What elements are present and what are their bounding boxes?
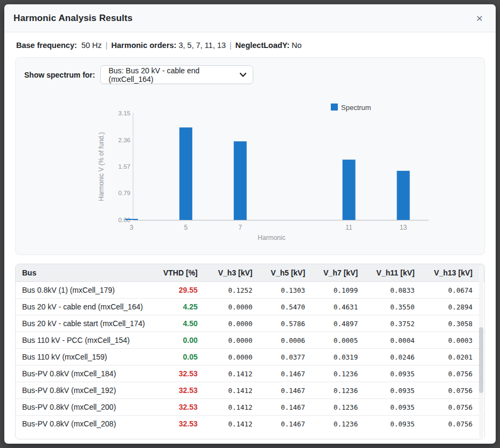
table-row: Bus-PV 0.8kV (mxCell_184)32.530.14120.14… [16, 366, 484, 382]
harmonic-voltage-cell: 0.0006 [265, 332, 317, 349]
vthd-cell: 32.53 [157, 366, 210, 382]
harmonic-voltage-cell: 0.3752 [370, 315, 426, 332]
bus-name-cell: Bus 110 kV - PCC (mxCell_154) [16, 332, 157, 349]
y-tick-label: 3.15 [119, 110, 130, 116]
table-row: Bus 0.8kV (1) (mxCell_179)29.550.12520.1… [16, 282, 484, 299]
spectrum-panel: Show spectrum for: Bus: Bus 20 kV - cabl… [15, 57, 485, 255]
harmonic-voltage-cell: 0.0377 [265, 349, 317, 366]
harmonic-voltage-cell: 0.0935 [370, 416, 426, 432]
x-tick-label: 3 [130, 224, 134, 231]
modal-header: Harmonic Analysis Results × [4, 4, 496, 32]
harmonic-voltage-cell: 0.1412 [210, 382, 265, 399]
table-row: Bus 110 kV (mxCell_159)0.050.00000.03770… [16, 349, 484, 366]
results-table: Bus VTHD [%] V_h3 [kV] V_h5 [kV] V_h7 [k… [16, 264, 484, 432]
harmonic-voltage-cell: 0.0004 [370, 332, 426, 349]
harmonic-voltage-cell: 0.0756 [426, 382, 484, 399]
spectrum-bar [179, 127, 192, 220]
column-header-vh11: V_h11 [kV] [370, 264, 426, 282]
harmonic-voltage-cell: 0.0833 [370, 282, 426, 299]
harmonic-voltage-cell: 0.0319 [317, 349, 370, 366]
vthd-cell: 0.05 [157, 349, 210, 366]
bus-name-cell: Bus 20 kV - cable end (mxCell_164) [16, 299, 157, 315]
column-header-vh5: V_h5 [kV] [265, 264, 317, 282]
bus-name-cell: Bus 0.8kV (1) (mxCell_179) [16, 282, 157, 299]
vthd-cell: 0.00 [157, 332, 210, 349]
table-row: Bus-PV 0.8kV (mxCell_208)32.530.14120.14… [16, 416, 484, 432]
column-header-vh13: V_h13 [kV] [426, 264, 484, 282]
harmonic-voltage-cell: 0.0246 [370, 349, 426, 366]
y-tick-label: 1.57 [119, 163, 130, 170]
harmonic-voltage-cell: 0.1467 [265, 366, 317, 382]
legend-label[interactable]: Spectrum [341, 104, 371, 112]
analysis-summary: Base frequency: 50 Hz|Harmonic orders: 3… [16, 41, 485, 50]
harmonic-orders-label: Harmonic orders: [112, 41, 177, 50]
harmonic-voltage-cell: 0.1467 [265, 399, 317, 416]
table-row: Bus 110 kV - PCC (mxCell_154)0.000.00000… [16, 332, 484, 349]
y-axis-title: Harmonic V (% of fund.) [98, 132, 105, 201]
harmonic-voltage-cell: 0.0674 [426, 282, 484, 299]
harmonic-voltage-cell: 0.0756 [426, 366, 484, 382]
harmonic-voltage-cell: 0.1252 [210, 282, 265, 299]
vthd-cell: 32.53 [157, 382, 210, 399]
table-row: Bus 20 kV - cable end (mxCell_164)4.250.… [16, 299, 484, 315]
harmonic-voltage-cell: 0.1467 [265, 382, 317, 399]
x-tick-label: 13 [400, 224, 407, 231]
harmonic-analysis-modal: Harmonic Analysis Results × Base frequen… [4, 4, 496, 444]
spectrum-selector-label: Show spectrum for: [24, 71, 95, 79]
spectrum-bar [397, 171, 410, 220]
harmonic-voltage-cell: 0.1236 [317, 399, 370, 416]
x-axis-title: Harmonic [258, 234, 285, 242]
harmonic-voltage-cell: 0.0000 [210, 332, 265, 349]
table-row: Bus-PV 0.8kV (mxCell_200)32.530.14120.14… [16, 399, 484, 416]
chevron-down-icon [240, 73, 246, 77]
close-icon[interactable]: × [473, 10, 486, 26]
y-tick-label: 2.36 [119, 137, 130, 143]
column-header-vthd: VTHD [%] [157, 264, 210, 282]
table-scrollbar-thumb[interactable] [479, 327, 483, 393]
harmonic-voltage-cell: 0.3058 [426, 315, 484, 332]
vthd-cell: 4.50 [157, 315, 210, 332]
harmonic-voltage-cell: 0.5470 [265, 299, 317, 315]
bus-name-cell: Bus-PV 0.8kV (mxCell_184) [16, 366, 157, 382]
harmonic-voltage-cell: 0.0935 [370, 366, 426, 382]
spectrum-bus-select[interactable]: Bus: Bus 20 kV - cable end (mxCell_164) [100, 65, 253, 84]
harmonic-voltage-cell: 0.0935 [370, 399, 426, 416]
vthd-cell: 29.55 [157, 282, 210, 299]
harmonic-voltage-cell: 0.4631 [317, 299, 370, 315]
harmonic-voltage-cell: 0.1467 [265, 416, 317, 432]
vthd-cell: 4.25 [157, 299, 210, 315]
harmonic-voltage-cell: 0.0201 [426, 349, 484, 366]
harmonic-voltage-cell: 0.0935 [370, 382, 426, 399]
modal-body: Base frequency: 50 Hz|Harmonic orders: 3… [4, 32, 496, 442]
harmonic-voltage-cell: 0.0005 [317, 332, 370, 349]
vthd-cell: 32.53 [157, 416, 210, 432]
harmonic-voltage-cell: 0.1236 [317, 416, 370, 432]
harmonic-voltage-cell: 0.1412 [210, 399, 265, 416]
legend-swatch [331, 104, 338, 111]
harmonic-voltage-cell: 0.0003 [426, 332, 484, 349]
harmonic-voltage-cell: 0.1099 [317, 282, 370, 299]
harmonic-voltage-cell: 0.2894 [426, 299, 484, 315]
harmonic-voltage-cell: 0.0756 [426, 399, 484, 416]
bus-name-cell: Bus-PV 0.8kV (mxCell_208) [16, 416, 157, 432]
harmonic-voltage-cell: 0.5786 [265, 315, 317, 332]
y-tick-label: 0.79 [119, 190, 130, 196]
table-row: Bus 20 kV - cable start (mxCell_174)4.50… [16, 315, 484, 332]
spectrum-bar [343, 160, 356, 220]
harmonic-voltage-cell: 0.3550 [370, 299, 426, 315]
results-table-container: Bus VTHD [%] V_h3 [kV] V_h5 [kV] V_h7 [k… [15, 264, 485, 439]
harmonic-voltage-cell: 0.1412 [210, 416, 265, 432]
harmonic-voltage-cell: 0.1236 [317, 366, 370, 382]
spectrum-bus-select-value: Bus: Bus 20 kV - cable end (mxCell_164) [108, 66, 235, 84]
harmonic-voltage-cell: 0.0000 [210, 349, 265, 366]
bus-name-cell: Bus 110 kV (mxCell_159) [16, 349, 157, 366]
harmonic-voltage-cell: 0.1412 [210, 366, 265, 382]
spectrum-chart: 0.000.791.572.363.15Harmonic V (% of fun… [86, 99, 441, 245]
neglect-loady-value: No [291, 41, 302, 50]
bus-name-cell: Bus 20 kV - cable start (mxCell_174) [16, 315, 157, 332]
base-frequency-label: Base frequency: [16, 41, 77, 50]
bus-name-cell: Bus-PV 0.8kV (mxCell_192) [16, 382, 157, 399]
vthd-cell: 32.53 [157, 399, 210, 416]
x-tick-label: 7 [238, 224, 242, 231]
column-header-vh7: V_h7 [kV] [317, 264, 370, 282]
